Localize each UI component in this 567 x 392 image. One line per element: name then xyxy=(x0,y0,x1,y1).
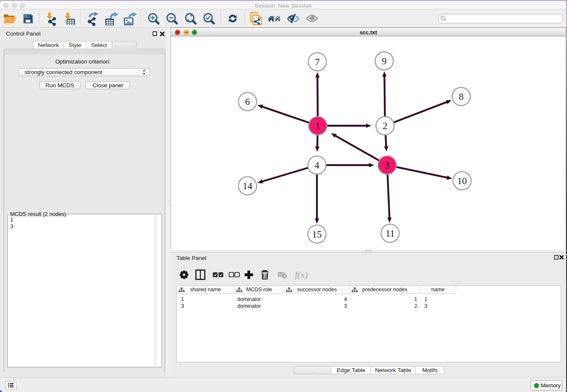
svg-text:11: 11 xyxy=(385,228,395,239)
svg-text:15: 15 xyxy=(312,229,322,240)
svg-text:6: 6 xyxy=(245,97,250,107)
svg-text:4: 4 xyxy=(314,160,319,171)
svg-text:7: 7 xyxy=(315,57,320,67)
svg-text:1: 1 xyxy=(315,121,320,131)
svg-text:3: 3 xyxy=(385,160,390,171)
svg-text:8: 8 xyxy=(459,91,464,102)
svg-text:10: 10 xyxy=(457,176,467,186)
svg-text:f(x): f(x) xyxy=(295,269,308,280)
svg-text:2: 2 xyxy=(383,121,388,131)
svg-text:14: 14 xyxy=(243,181,253,191)
svg-text:9: 9 xyxy=(382,56,387,66)
